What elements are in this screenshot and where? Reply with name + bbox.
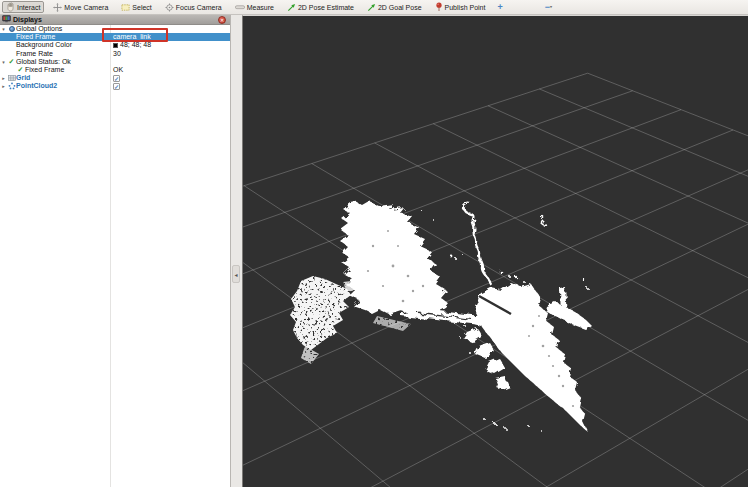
close-icon[interactable]: ✕ [218,16,226,24]
focus-camera-tool-button[interactable]: Focus Camera [161,1,226,13]
tool-label: Interact [17,4,40,11]
pose-estimate-tool-button[interactable]: 2D Pose Estimate [283,1,358,13]
plus-icon: + [497,2,502,12]
goal-pose-tool-button[interactable]: 2D Goal Pose [363,1,426,13]
tree-row-grid-display[interactable]: ▸ Grid ✓ [0,74,230,82]
toolbar: Interact Move Camera Select Focus Camera… [0,0,748,15]
select-tool-button[interactable]: Select [117,1,155,13]
displays-tree: ▾ Global Options Fixed Frame camera_link… [0,25,230,91]
remove-tool-button[interactable]: −▾ [543,2,554,12]
move-camera-tool-button[interactable]: Move Camera [49,1,112,13]
tree-row-background-color[interactable]: Background Color 48; 48; 48 [0,41,230,49]
tool-label: Move Camera [64,4,108,11]
status-value: OK [113,66,123,74]
row-label: Frame Rate [16,50,53,58]
grid-display-icon [7,74,16,82]
hand-icon [6,2,15,12]
row-label: PointCloud2 [16,82,57,90]
selection-box-icon [121,3,130,12]
interact-tool-button[interactable]: Interact [2,1,44,13]
tree-row-pointcloud2-display[interactable]: ▸ PointCloud2 ✓ [0,82,230,90]
column-divider [110,25,111,487]
status-ok-check-icon: ✓ [16,66,25,74]
panel-title: Displays [13,16,42,23]
tree-row-frame-rate[interactable]: Frame Rate 30 [0,50,230,58]
tree-row-fixed-frame-status[interactable]: ✓ Fixed Frame OK [0,66,230,74]
collapsed-arrow-icon[interactable]: ▸ [0,82,7,90]
measure-tool-button[interactable]: Measure [231,1,278,13]
status-ok-check-icon: ✓ [7,58,16,66]
row-label: Global Status: Ok [16,58,71,66]
row-label: Global Options [16,25,62,33]
grid-enabled-checkbox[interactable]: ✓ [113,74,120,82]
dropdown-arrow-icon: ▾ [550,4,552,9]
fixed-frame-value[interactable]: camera_link [113,33,151,41]
expand-arrow-icon[interactable]: ▾ [0,25,7,33]
displays-panel: Displays ✕ ▾ Global Options Fixed Frame … [0,15,231,487]
tree-row-global-status[interactable]: ▾ ✓ Global Status: Ok [0,58,230,66]
collapsed-arrow-icon[interactable]: ▸ [0,74,7,82]
tool-label: 2D Pose Estimate [298,4,354,11]
publish-point-tool-button[interactable]: Publish Point [431,1,490,13]
green-arrow-icon [367,3,376,12]
collapse-panel-icon[interactable]: ◂ [232,265,240,283]
row-label: Background Color [16,41,72,49]
ruler-icon [235,3,245,11]
row-label: Fixed Frame [25,66,64,74]
checkbox-check-icon[interactable]: ✓ [113,83,120,90]
displays-panel-icon [2,15,11,24]
tool-label: Select [132,4,151,11]
pointcloud [290,202,591,432]
pointcloud2-enabled-checkbox[interactable]: ✓ [113,82,120,90]
checkbox-check-icon[interactable]: ✓ [113,75,120,82]
tool-label: Measure [247,4,274,11]
tool-label: 2D Goal Pose [378,4,422,11]
pointcloud2-display-icon [7,82,16,90]
row-label: Grid [16,74,30,82]
tree-row-fixed-frame[interactable]: Fixed Frame camera_link [0,33,230,41]
background-color-value[interactable]: 48; 48; 48 [113,41,151,49]
map-pin-icon [435,2,443,12]
add-tool-button[interactable]: + [495,2,504,12]
rviz-window: Interact Move Camera Select Focus Camera… [0,0,748,487]
tool-label: Publish Point [445,4,486,11]
move-arrows-icon [53,3,62,12]
displays-panel-header[interactable]: Displays ✕ [0,15,230,25]
tree-row-global-options[interactable]: ▾ Global Options [0,25,230,33]
frame-rate-value[interactable]: 30 [113,50,121,58]
expand-arrow-icon[interactable]: ▾ [0,58,7,66]
tool-label: Focus Camera [176,4,222,11]
green-arrow-icon [287,3,296,12]
crosshair-icon [165,3,174,12]
render-viewport[interactable] [242,15,748,487]
color-value-text: 48; 48; 48 [120,41,151,49]
panel-splitter[interactable]: ◂ [231,15,242,487]
3d-scene [243,16,748,487]
global-options-icon [7,26,16,32]
row-label: Fixed Frame [16,33,55,41]
color-swatch [113,43,118,48]
